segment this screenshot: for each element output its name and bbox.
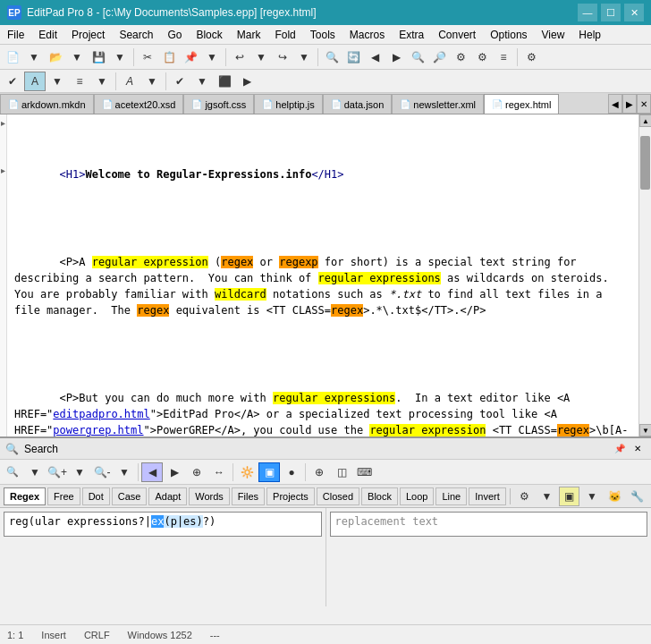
tb2-dropdown1[interactable]: ▼: [46, 72, 68, 91]
redo-dropdown[interactable]: ▼: [293, 47, 315, 67]
menu-project[interactable]: Project: [64, 25, 112, 44]
save-button[interactable]: 💾: [88, 47, 109, 67]
menu-extra[interactable]: Extra: [392, 25, 431, 44]
option-regex[interactable]: Regex: [4, 487, 46, 505]
search-tb-btn1[interactable]: 🔍: [2, 462, 23, 482]
save-dropdown[interactable]: ▼: [109, 47, 131, 67]
paste-dropdown[interactable]: ▼: [201, 47, 223, 67]
regex-search-field[interactable]: reg(ular expressions?|ex(p|es)?): [4, 512, 322, 537]
fold-marker-3[interactable]: ▸: [0, 165, 7, 175]
scrollbar-down[interactable]: ▼: [639, 424, 651, 436]
tab-jgsoft[interactable]: 📄 jgsoft.css: [183, 94, 254, 114]
tb2-btn3[interactable]: ≡: [69, 72, 90, 91]
tb2-btn4[interactable]: ✔: [169, 72, 190, 91]
menu-mark[interactable]: Mark: [230, 25, 268, 44]
menu-fold[interactable]: Fold: [267, 25, 302, 44]
menu-tools[interactable]: Tools: [303, 25, 342, 44]
editor-content[interactable]: <H1>Welcome to Regular-Expressions.info<…: [7, 114, 638, 436]
tb2-font-dropdown[interactable]: ▼: [141, 72, 163, 91]
tb2-btn2[interactable]: A: [24, 72, 46, 91]
cut-button[interactable]: ✂: [137, 47, 158, 67]
search-highlight-btn[interactable]: 🔆: [236, 462, 258, 482]
option-files[interactable]: Files: [232, 487, 265, 505]
option-loop[interactable]: Loop: [400, 487, 434, 505]
option-projects[interactable]: Projects: [266, 487, 315, 505]
search-pin-button[interactable]: 📌: [612, 441, 628, 457]
menu-options[interactable]: Options: [483, 25, 534, 44]
search-nav-next[interactable]: ▶: [385, 47, 407, 67]
search-extra5[interactable]: ≡: [493, 47, 514, 67]
tab-scroll-left[interactable]: ◀: [608, 94, 622, 114]
search-find-all-btn[interactable]: ⊕: [186, 462, 207, 482]
menu-file[interactable]: File: [0, 25, 31, 44]
minimize-button[interactable]: —: [578, 4, 597, 21]
search-tb-btn2[interactable]: ●: [281, 462, 302, 482]
options-dropdown2[interactable]: ▼: [581, 487, 602, 506]
tb2-btn1[interactable]: ✔: [2, 72, 23, 91]
search-tb-dropdown2[interactable]: ▼: [69, 462, 90, 482]
misc-btn1[interactable]: ⚙: [520, 47, 542, 67]
redo-button[interactable]: ↪: [272, 47, 293, 67]
menu-block[interactable]: Block: [189, 25, 229, 44]
tab-acetext[interactable]: 📄 acetext20.xsd: [94, 94, 184, 114]
tb2-btn5[interactable]: ⬛: [214, 72, 235, 91]
options-icon1[interactable]: 🐱: [604, 487, 625, 506]
option-free[interactable]: Free: [47, 487, 80, 505]
undo-button[interactable]: ↩: [229, 47, 250, 67]
search-extra4[interactable]: ⚙: [471, 47, 493, 67]
options-icon2[interactable]: 🔧: [627, 487, 647, 506]
options-extra2[interactable]: ▣: [559, 487, 579, 506]
tb2-btn6[interactable]: ▶: [236, 72, 258, 91]
option-case[interactable]: Case: [112, 487, 148, 505]
search-replace-btn[interactable]: ↔: [208, 462, 230, 482]
open-button[interactable]: 📂: [45, 47, 66, 67]
search-prev-btn[interactable]: ◀: [141, 462, 163, 482]
options-extra1[interactable]: ⚙: [514, 487, 535, 506]
undo-dropdown[interactable]: ▼: [250, 47, 272, 67]
menu-search[interactable]: Search: [112, 25, 160, 44]
search-extra2[interactable]: 🔎: [428, 47, 450, 67]
paste-button[interactable]: 📌: [180, 47, 201, 67]
tab-close[interactable]: ✕: [637, 94, 651, 114]
copy-button[interactable]: 📋: [158, 47, 180, 67]
tab-newsletter[interactable]: 📄 newsletter.xml: [392, 94, 484, 114]
search-tb-extra1[interactable]: ⊕: [309, 462, 330, 482]
option-line[interactable]: Line: [435, 487, 467, 505]
close-button[interactable]: ✕: [624, 4, 644, 21]
fold-marker-1[interactable]: ▸: [0, 118, 7, 128]
tab-data[interactable]: 📄 data.json: [323, 94, 393, 114]
scrollbar-thumb[interactable]: [640, 136, 650, 190]
search-tb-zoom-out[interactable]: 🔍-: [91, 462, 113, 482]
tb2-dropdown2[interactable]: ▼: [91, 72, 113, 91]
open-dropdown[interactable]: ▼: [66, 47, 88, 67]
options-dropdown[interactable]: ▼: [537, 487, 557, 506]
menu-convert[interactable]: Convert: [431, 25, 483, 44]
search-extra1[interactable]: 🔍: [407, 47, 428, 67]
scrollbar-up[interactable]: ▲: [639, 114, 651, 127]
replacement-field[interactable]: replacement text: [330, 512, 648, 537]
search-next-btn[interactable]: ▶: [164, 462, 185, 482]
search-replace-button[interactable]: 🔄: [342, 47, 364, 67]
editor-scrollbar[interactable]: ▲ ▼: [638, 114, 651, 436]
tab-scroll-right[interactable]: ▶: [622, 94, 637, 114]
tab-markdown[interactable]: 📄 arkdown.mkdn: [0, 94, 94, 114]
tb2-font-btn[interactable]: A: [119, 72, 140, 91]
search-nav-prev[interactable]: ◀: [364, 47, 385, 67]
search-tb-extra2[interactable]: ◫: [331, 462, 352, 482]
search-tb-dropdown3[interactable]: ▼: [114, 462, 135, 482]
menu-edit[interactable]: Edit: [31, 25, 64, 44]
option-closed[interactable]: Closed: [317, 487, 359, 505]
search-tb-dropdown1[interactable]: ▼: [24, 462, 46, 482]
search-tb-zoom-in[interactable]: 🔍+: [46, 462, 68, 482]
search-tb-extra3[interactable]: ⌨: [353, 462, 375, 482]
search-find-button[interactable]: 🔍: [321, 47, 342, 67]
maximize-button[interactable]: ☐: [601, 4, 621, 21]
option-dot[interactable]: Dot: [82, 487, 110, 505]
search-extra3[interactable]: ⚙: [450, 47, 471, 67]
tb2-dropdown3[interactable]: ▼: [191, 72, 213, 91]
tab-regex[interactable]: 📄 regex.html: [484, 94, 559, 114]
option-words[interactable]: Words: [189, 487, 230, 505]
menu-view[interactable]: View: [535, 25, 572, 44]
menu-go[interactable]: Go: [160, 25, 189, 44]
new-dropdown[interactable]: ▼: [23, 47, 45, 67]
